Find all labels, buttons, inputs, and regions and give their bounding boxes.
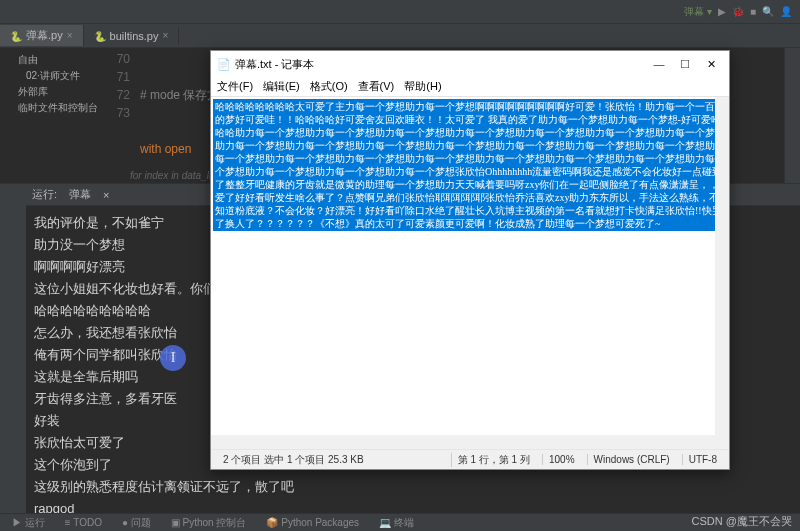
tree-item[interactable]: 外部库 bbox=[18, 84, 104, 100]
close-icon[interactable]: × bbox=[67, 30, 73, 41]
menu-view[interactable]: 查看(V) bbox=[358, 79, 395, 94]
project-tree[interactable]: 自由 02·讲师文件 外部库 临时文件和控制台 bbox=[16, 48, 106, 120]
status-todo[interactable]: ≡ TODO bbox=[61, 517, 106, 528]
debug-icon[interactable]: 🐞 bbox=[732, 6, 744, 17]
python-file-icon bbox=[94, 30, 106, 42]
play-icon[interactable]: ▶ bbox=[718, 6, 726, 17]
cursor-indicator: I bbox=[160, 345, 186, 371]
status-run[interactable]: ▶ 运行 bbox=[8, 516, 49, 530]
menu-format[interactable]: 格式(O) bbox=[310, 79, 348, 94]
minimize-button[interactable]: — bbox=[647, 55, 671, 73]
notepad-statusbar: 2 个项目 选中 1 个项目 25.3 KB 第 1 行，第 1 列 100% … bbox=[211, 449, 729, 469]
encoding: UTF-8 bbox=[682, 454, 723, 465]
notepad-menu: 文件(F) 编辑(E) 格式(O) 查看(V) 帮助(H) bbox=[211, 77, 729, 97]
run-tab[interactable]: 弹幕 bbox=[63, 185, 97, 204]
status-left: 2 个项目 选中 1 个项目 25.3 KB bbox=[217, 453, 445, 467]
output-line: 这级别的熟悉程度估计离领证不远了，散了吧 bbox=[34, 476, 792, 498]
tab-builtins[interactable]: builtins.py × bbox=[84, 27, 180, 45]
selected-text[interactable]: 哈哈哈哈哈哈哈哈太可爱了主力每一个梦想助力每一个梦想啊啊啊啊啊啊啊啊啊好可爱！张… bbox=[213, 99, 727, 231]
close-icon[interactable]: × bbox=[103, 189, 109, 201]
tree-item[interactable]: 自由 bbox=[18, 52, 104, 68]
tree-item[interactable]: 临时文件和控制台 bbox=[18, 100, 104, 116]
watermark: CSDN @魔王不会哭 bbox=[692, 514, 792, 529]
status-problems[interactable]: ● 问题 bbox=[118, 516, 155, 530]
status-terminal[interactable]: 💻 终端 bbox=[375, 516, 418, 530]
menu-file[interactable]: 文件(F) bbox=[217, 79, 253, 94]
close-icon[interactable]: × bbox=[162, 30, 168, 41]
menu-help[interactable]: 帮助(H) bbox=[404, 79, 441, 94]
tree-item[interactable]: 02·讲师文件 bbox=[18, 68, 104, 84]
zoom-level: 100% bbox=[542, 454, 581, 465]
close-button[interactable]: ✕ bbox=[699, 55, 723, 73]
run-tool-gutter bbox=[0, 184, 26, 513]
user-icon[interactable]: 👤 bbox=[780, 6, 792, 17]
tab-label: builtins.py bbox=[110, 30, 159, 42]
status-pypackages[interactable]: 📦 Python Packages bbox=[262, 517, 363, 528]
run-config[interactable]: 弹幕 ▾ bbox=[684, 5, 712, 19]
horizontal-scrollbar[interactable] bbox=[211, 435, 715, 449]
output-line: rapgod bbox=[34, 498, 792, 513]
notepad-window[interactable]: 📄 弹幕.txt - 记事本 — ☐ ✕ 文件(F) 编辑(E) 格式(O) 查… bbox=[210, 50, 730, 470]
notepad-titlebar[interactable]: 📄 弹幕.txt - 记事本 — ☐ ✕ bbox=[211, 51, 729, 77]
notepad-body[interactable]: 哈哈哈哈哈哈哈哈太可爱了主力每一个梦想助力每一个梦想啊啊啊啊啊啊啊啊啊好可爱！张… bbox=[211, 97, 729, 449]
menu-edit[interactable]: 编辑(E) bbox=[263, 79, 300, 94]
editor-tabs: 弹幕.py × builtins.py × bbox=[0, 24, 800, 48]
status-pyconsole[interactable]: ▣ Python 控制台 bbox=[167, 516, 251, 530]
notepad-icon: 📄 bbox=[217, 58, 231, 71]
status-bar: ▶ 运行 ≡ TODO ● 问题 ▣ Python 控制台 📦 Python P… bbox=[0, 513, 800, 531]
python-file-icon bbox=[10, 30, 22, 42]
caret-position: 第 1 行，第 1 列 bbox=[451, 453, 536, 467]
line-gutter: 70 71 72 73 bbox=[106, 48, 136, 122]
stop-icon[interactable]: ■ bbox=[750, 6, 756, 17]
search-icon[interactable]: 🔍 bbox=[762, 6, 774, 17]
vertical-scrollbar[interactable] bbox=[715, 97, 729, 449]
notepad-title: 弹幕.txt - 记事本 bbox=[235, 57, 314, 72]
tab-label: 弹幕.py bbox=[26, 28, 63, 43]
window-top-bar: 弹幕 ▾ ▶ 🐞 ■ 🔍 👤 bbox=[0, 0, 800, 24]
maximize-button[interactable]: ☐ bbox=[673, 55, 697, 73]
line-ending: Windows (CRLF) bbox=[587, 454, 676, 465]
run-label: 运行: bbox=[32, 187, 57, 202]
tab-danmu[interactable]: 弹幕.py × bbox=[0, 25, 84, 46]
